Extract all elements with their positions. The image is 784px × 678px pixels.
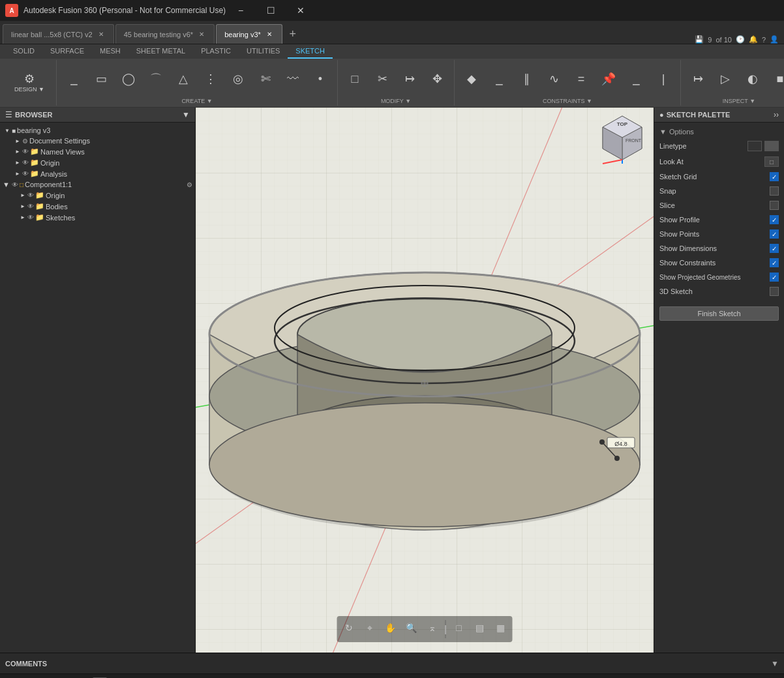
tree-item-analysis[interactable]: ► 👁 📁 Analysis [0,168,195,179]
toolbar-tab-plastic[interactable]: PLASTIC [193,44,239,59]
tool-angle[interactable]: ▷ [712,65,738,93]
tool-coincident[interactable]: ◆ [459,65,485,93]
toolbar-tab-utilities[interactable]: UTILITIES [239,44,288,59]
tree-item-component[interactable]: ▼ 👁 □ Component1:1 ⚙ [0,179,195,190]
tool-curvature[interactable]: ◐ [740,65,766,93]
browser-header: ☰ BROWSER ▼ [0,108,195,123]
close-button[interactable]: ✕ [286,0,316,21]
tab-linear-ball[interactable]: linear ball ...5x8 (CTC) v2 ✕ [3,24,114,44]
tool-zebra[interactable]: ■ [767,65,784,93]
tool-rect[interactable]: ▭ [88,65,114,93]
slice-checkbox[interactable] [770,201,779,210]
folder-icon: 📁 [30,147,39,156]
sketch-grid-checkbox[interactable]: ✓ [770,172,779,181]
toolbar-tab-mesh[interactable]: MESH [92,44,128,59]
tool-offset[interactable]: □ [342,65,368,93]
browser-content: ▼ ■ bearing v3 ► ⚙ Document Settings ► 👁… [0,123,195,653]
options-section-header[interactable]: ▼ Options [654,125,784,138]
vp-look-button[interactable]: ⌖ [361,619,379,637]
tool-horiz[interactable]: ⎯ [623,65,649,93]
show-dimensions-checkbox[interactable]: ✓ [770,244,779,253]
tool-point[interactable]: • [307,65,333,93]
linetype-label: Linetype [659,142,687,150]
finish-sketch-palette-button[interactable]: Finish Sketch [659,306,779,321]
toolbar-group-create: ⎯ ▭ ◯ ⌒ △ ⋮ ◎ ✄ 〰 • CREATE ▼ [57,60,338,106]
toolbar-tab-surface[interactable]: SURFACE [42,44,92,59]
lookat-btn[interactable]: □ [764,156,779,167]
tool-collinear[interactable]: ⎯ [486,65,512,93]
tool-fix[interactable]: 📌 [596,65,622,93]
palette-expand-icon[interactable]: ›› [774,110,779,119]
tab-45-bearing[interactable]: 45 bearing testing v6* ✕ [115,24,215,44]
tool-circle[interactable]: ◯ [115,65,142,93]
linetype-btn2[interactable] [764,141,779,151]
folder-icon: 📁 [35,213,44,222]
sketch-3d-checkbox[interactable] [770,287,779,296]
tool-trim[interactable]: ✂ [369,65,395,93]
tool-construct[interactable]: ⋮ [198,65,224,93]
show-constraints-checkbox[interactable]: ✓ [770,258,779,267]
tool-ellipse[interactable]: ◎ [225,65,251,93]
maximize-button[interactable]: ☐ [256,0,286,21]
show-dimensions-label: Show Dimensions [659,244,717,252]
tab-bearing-v3[interactable]: bearing v3* ✕ [216,24,282,44]
vp-zoomfit-button[interactable]: ⌅ [423,619,442,637]
tab-close-linear[interactable]: ✕ [97,30,106,39]
vp-grid-button[interactable]: ▤ [471,619,489,637]
tree-item-bodies[interactable]: ► 👁 📁 Bodies [0,201,195,212]
tool-vert[interactable]: | [650,65,676,93]
vp-display-button[interactable]: ▦ [492,619,510,637]
show-profile-checkbox[interactable]: ✓ [770,215,779,224]
toolbar-group-constraints: ◆ ⎯ ∥ ∿ = 📌 ⎯ | CONSTRAINTS ▼ [455,60,681,106]
vp-zoom-button[interactable]: 🔍 [402,619,421,637]
tool-scissors[interactable]: ✄ [252,65,279,93]
arrow-icon: ► [18,214,27,220]
tree-item-origin[interactable]: ► 👁 📁 Origin [0,157,195,168]
tree-item-named-views[interactable]: ► 👁 📁 Named Views [0,146,195,157]
palette-pin-icon[interactable]: ● [659,111,664,119]
tab-close-45[interactable]: ✕ [197,30,206,39]
tool-line[interactable]: ⎯ [61,65,87,93]
linetype-btn1[interactable] [747,141,762,151]
show-projected-checkbox[interactable]: ✓ [770,273,779,282]
tool-triangle[interactable]: △ [170,65,196,93]
browser-collapse-icon[interactable]: ▼ [182,110,190,119]
tool-spline[interactable]: 〰 [280,65,306,93]
toolbar-tab-sketch[interactable]: SKETCH [288,44,333,59]
tool-parallel[interactable]: ∥ [513,65,539,93]
tool-equal[interactable]: = [568,65,594,93]
show-points-checkbox[interactable]: ✓ [770,229,779,239]
tab-label: linear ball ...5x8 (CTC) v2 [11,31,93,38]
arrow-icon: ► [13,160,22,166]
tool-measure[interactable]: ↦ [685,65,711,93]
comments-expand-icon[interactable]: ▼ [771,659,779,668]
toolbar-tab-sheetmetal[interactable]: SHEET METAL [128,44,193,59]
view-cube-gizmo[interactable]: TOP FRONT [596,113,648,165]
tool-tangent[interactable]: ∿ [541,65,567,93]
tool-arc[interactable]: ⌒ [143,65,169,93]
tree-item-comp-origin[interactable]: ► 👁 📁 Origin [0,190,195,201]
tree-item-root[interactable]: ▼ ■ bearing v3 [0,125,195,136]
new-tab-button[interactable]: + [284,24,302,44]
vp-orbit-button[interactable]: ↻ [340,619,358,637]
tool-extend[interactable]: ↦ [397,65,423,93]
show-projected-label: Show Projected Geometries [659,274,741,281]
app-icon: A [5,4,18,17]
tool-move[interactable]: ✥ [424,65,450,93]
lookat-row: Look At □ [654,154,784,170]
constraints-label: CONSTRAINTS ▼ [543,98,592,104]
cube-svg: TOP FRONT [596,113,648,165]
design-dropdown-button[interactable]: ⚙ DESIGN ▼ [7,68,52,97]
svg-point-13 [209,403,640,527]
toolbar-tab-solid[interactable]: SOLID [5,44,42,59]
tab-close-bearing[interactable]: ✕ [265,30,274,39]
snap-checkbox[interactable] [770,186,779,196]
tree-item-doc-settings[interactable]: ► ⚙ Document Settings [0,136,195,146]
vp-pan-button[interactable]: ✋ [382,619,400,637]
eye-icon: 👁 [27,214,34,221]
minimize-button[interactable]: − [226,0,256,21]
viewport[interactable]: Ø4.8 TOP FRONT ↻ ⌖ ✋ 🔍 ⌅ | [196,108,654,653]
tree-item-sketches[interactable]: ► 👁 📁 Sketches [0,212,195,223]
vp-view-button[interactable]: □ [450,619,468,637]
snap-row: Snap [654,184,784,198]
